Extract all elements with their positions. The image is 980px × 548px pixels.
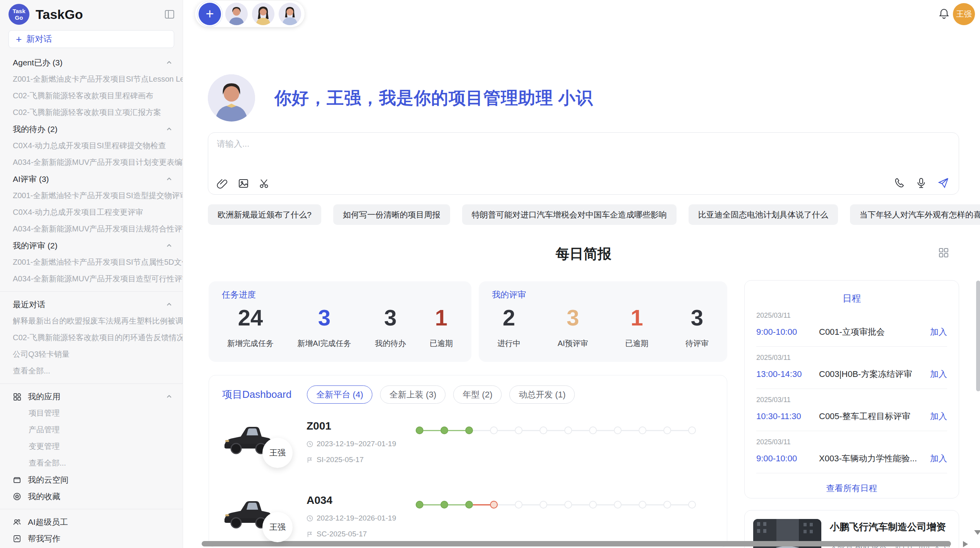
- schedule-item: 2025/03/11 13:00-14:30 C003|H0B-方案冻结评审 加…: [756, 347, 947, 389]
- project-flag: SI-2025-05-17: [307, 456, 406, 464]
- dashboard-tabs: 全新平台 (4)全新上装 (3)年型 (2)动总开发 (1): [307, 385, 575, 404]
- notifications-bell-icon[interactable]: [938, 8, 950, 21]
- chevron-up-icon[interactable]: [166, 176, 173, 183]
- milestone-dot: [564, 501, 572, 509]
- sidebar-conversation-item[interactable]: A034-全新新能源MUV产品开发项目法规符合性评审: [0, 221, 183, 237]
- recent-view-all[interactable]: 查看全部...: [0, 363, 183, 379]
- cloud-space-item[interactable]: 我的云空间: [0, 471, 183, 488]
- sidebar-conversation-item[interactable]: C02-飞腾新能源轻客改款项目立项汇报方案: [0, 104, 183, 121]
- project-row[interactable]: 王强 Z001 2023-12-19~2027-01-19 SI-2025-05…: [222, 419, 727, 478]
- dashboard-tab[interactable]: 年型 (2): [453, 385, 502, 404]
- recent-chats-header[interactable]: 最近对话: [0, 296, 183, 313]
- briefing-cards: 任务进度 24 新增完成任务 3 新增AI完成任务 3 我的待办 1: [209, 281, 727, 362]
- message-input[interactable]: [217, 138, 836, 173]
- suggestion-chip[interactable]: 当下年轻人对汽车外观有怎样的喜好趋势: [850, 204, 980, 225]
- suggestion-chips: 欧洲新规最近颁布了什么?如何写一份清晰的项目周报特朗普可能对进口汽车增税会对中国…: [208, 204, 980, 225]
- ai-staff-item[interactable]: AI超级员工: [0, 514, 183, 530]
- new-chat-button[interactable]: + 新对话: [9, 30, 174, 48]
- chevron-up-icon[interactable]: [166, 393, 173, 400]
- milestone-connector: [523, 430, 540, 431]
- stat-label: 已逾期: [625, 338, 648, 349]
- sidebar-section-title: Agent已办 (3): [13, 57, 62, 68]
- apps-view-all[interactable]: 查看全部...: [0, 455, 183, 471]
- milestone-dot: [440, 501, 448, 509]
- join-button[interactable]: 加入: [930, 411, 947, 422]
- milestone-dot: [540, 501, 547, 509]
- sidebar-section-header[interactable]: 我的评审 (2): [0, 237, 183, 254]
- stat: 24 新增完成任务: [227, 305, 274, 349]
- collapse-sidebar-icon[interactable]: [164, 9, 175, 20]
- assistant-avatar-2[interactable]: [252, 3, 274, 25]
- user-avatar[interactable]: 王强: [953, 3, 975, 25]
- stat-label: AI预评审: [558, 338, 588, 349]
- scroll-right-arrow[interactable]: [963, 541, 968, 547]
- sidebar-conversation-item[interactable]: C0X4-动力总成开发项目工程变更评审: [0, 204, 183, 221]
- sidebar-section-header[interactable]: Agent已办 (3): [0, 54, 183, 71]
- favorites-item[interactable]: 我的收藏: [0, 488, 183, 505]
- suggestion-chip[interactable]: 如何写一份清晰的项目周报: [333, 204, 450, 225]
- stat: 1 已逾期: [625, 305, 648, 349]
- paperclip-icon[interactable]: [217, 178, 228, 189]
- suggestion-chip[interactable]: 比亚迪全固态电池计划具体说了什么: [689, 204, 838, 225]
- scissors-icon[interactable]: [259, 178, 270, 189]
- assistant-avatar-3[interactable]: [279, 3, 301, 25]
- sidebar-conversation-item[interactable]: C02-飞腾新能源轻客改款项目里程碑画布: [0, 87, 183, 104]
- briefing-card: 任务进度 24 新增完成任务 3 新增AI完成任务 3 我的待办 1: [209, 281, 471, 362]
- recent-chat-item[interactable]: 解释最新出台的欧盟报废车法规再生塑料比例被调至15%...: [0, 313, 183, 329]
- view-all-schedule-link[interactable]: 查看所有日程: [756, 473, 947, 503]
- app-item[interactable]: 产品管理: [0, 421, 183, 438]
- sidebar-section-items: Z001-全新燃油轻卡产品开发项目SI节点属性5D文件评审A034-全新新能源M…: [0, 254, 183, 287]
- recent-chat-item[interactable]: C02-飞腾新能源轻客改款项目的闭环通告反馈情况: [0, 329, 183, 346]
- stat-label: 已逾期: [430, 338, 453, 349]
- my-apps-title: 我的应用: [28, 391, 60, 402]
- layout-grid-icon[interactable]: [938, 247, 949, 260]
- scroll-down-arrow[interactable]: [974, 530, 980, 535]
- sidebar-conversation-item[interactable]: Z001-全新燃油轻卡产品开发项目SI节点属性5D文件评审: [0, 254, 183, 271]
- sidebar-conversation-item[interactable]: C0X4-动力总成开发项目SI里程碑提交物检查: [0, 137, 183, 154]
- chevron-up-icon[interactable]: [166, 301, 173, 308]
- milestone-dot: [515, 426, 523, 434]
- app-title: TaskGo: [36, 7, 164, 22]
- project-row[interactable]: 王强 A034 2023-12-19~2026-01-19 SC-2025-05…: [222, 493, 727, 548]
- app-item[interactable]: 变更管理: [0, 438, 183, 455]
- briefing-card-title: 我的评审: [492, 289, 714, 301]
- my-apps-header[interactable]: 我的应用: [0, 388, 183, 405]
- chevron-up-icon[interactable]: [166, 59, 173, 66]
- stat-label: 进行中: [497, 338, 521, 349]
- sidebar-section-header[interactable]: AI评审 (3): [0, 171, 183, 187]
- sidebar-conversation-item[interactable]: A034-全新新能源MUV产品开发项目造型可行性评审: [0, 271, 183, 287]
- chevron-up-icon[interactable]: [166, 126, 173, 133]
- sidebar-conversation-item[interactable]: Z001-全新燃油皮卡产品开发项目SI节点Lesson Learn报告: [0, 71, 183, 87]
- milestone-dot: [440, 426, 448, 434]
- dashboard-tab[interactable]: 全新上装 (3): [380, 385, 445, 404]
- dashboard-tab[interactable]: 动总开发 (1): [509, 385, 575, 404]
- join-button[interactable]: 加入: [930, 326, 947, 338]
- chevron-up-icon[interactable]: [166, 242, 173, 249]
- suggestion-chip[interactable]: 特朗普可能对进口汽车增税会对中国车企造成哪些影响: [462, 204, 677, 225]
- assistant-avatar-1[interactable]: [225, 3, 248, 25]
- composer-actions: [894, 177, 949, 189]
- app-item[interactable]: 项目管理: [0, 405, 183, 421]
- microphone-icon[interactable]: [915, 177, 927, 189]
- join-button[interactable]: 加入: [930, 453, 947, 464]
- project-owner-badge: 王强: [262, 512, 293, 542]
- recent-chat-item[interactable]: 公司Q3轻卡销量: [0, 346, 183, 363]
- milestone-dot: [465, 426, 473, 434]
- stat-value: 3: [567, 305, 579, 331]
- write-helper-item[interactable]: 帮我写作: [0, 530, 183, 547]
- add-assistant-button[interactable]: +: [199, 3, 221, 25]
- phone-icon[interactable]: [894, 177, 905, 189]
- vertical-scrollbar[interactable]: [976, 281, 980, 391]
- dashboard-tab[interactable]: 全新平台 (4): [307, 385, 372, 404]
- sidebar-section-header[interactable]: 我的待办 (2): [0, 121, 183, 137]
- image-icon[interactable]: [238, 178, 249, 189]
- sidebar-section: Agent已办 (3) Z001-全新燃油皮卡产品开发项目SI节点Lesson …: [0, 54, 183, 121]
- send-icon[interactable]: [937, 177, 949, 189]
- sidebar: Task Go TaskGo + 新对话 Agent已办 (3): [0, 0, 183, 548]
- horizontal-scrollbar[interactable]: [202, 541, 951, 546]
- sidebar-conversation-item[interactable]: Z001-全新燃油轻卡产品开发项目SI造型提交物评审: [0, 187, 183, 204]
- sidebar-conversation-item[interactable]: A034-全新新能源MUV产品开发项目计划变更表编写: [0, 154, 183, 171]
- stat-value: 3: [691, 305, 703, 331]
- join-button[interactable]: 加入: [930, 368, 947, 380]
- suggestion-chip[interactable]: 欧洲新规最近颁布了什么?: [208, 204, 321, 225]
